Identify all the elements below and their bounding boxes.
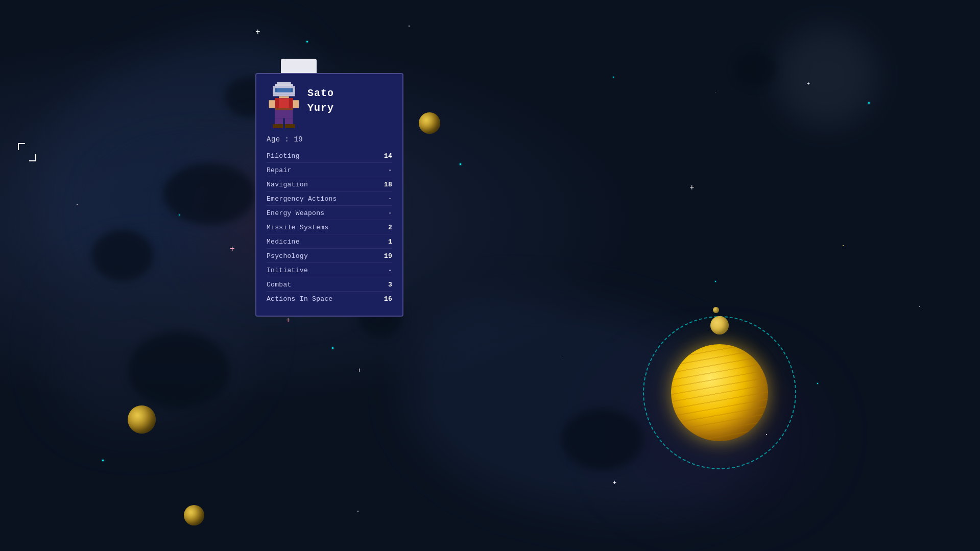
svg-rect-7 xyxy=(279,96,289,98)
skill-name: Actions In Space xyxy=(267,295,333,303)
large-planet-container xyxy=(638,311,801,474)
dark-blob xyxy=(92,230,153,281)
svg-rect-11 xyxy=(275,108,293,110)
skill-row: Energy Weapons- xyxy=(267,207,392,220)
star xyxy=(715,92,715,92)
star-plus: + xyxy=(230,245,235,253)
svg-rect-0 xyxy=(277,82,291,84)
svg-rect-18 xyxy=(293,100,299,108)
dark-blob xyxy=(562,409,643,470)
skill-name: Psychology xyxy=(267,252,308,260)
skill-value: 16 xyxy=(382,295,392,303)
skill-name: Repair xyxy=(267,166,292,174)
star xyxy=(357,511,358,512)
card-tab xyxy=(281,59,317,73)
dark-blob xyxy=(735,51,776,87)
character-sprite xyxy=(267,82,301,128)
skill-name: Energy Weapons xyxy=(267,209,324,217)
star xyxy=(868,102,870,104)
skill-row: Psychology19 xyxy=(267,250,392,263)
skill-row: Medicine1 xyxy=(267,235,392,249)
star-plus: + xyxy=(807,82,810,87)
svg-rect-17 xyxy=(269,100,275,108)
star xyxy=(332,347,333,349)
skill-value: 3 xyxy=(382,281,392,289)
skill-row: Combat3 xyxy=(267,278,392,292)
skill-value: 2 xyxy=(382,224,392,231)
svg-rect-12 xyxy=(275,110,293,118)
star xyxy=(102,460,104,461)
star xyxy=(715,281,716,282)
svg-rect-1 xyxy=(275,84,293,86)
skill-row: Missile Systems2 xyxy=(267,221,392,234)
star xyxy=(409,26,410,27)
small-planet-3 xyxy=(419,112,440,134)
star xyxy=(843,245,844,246)
skill-row: Emergency Actions- xyxy=(267,193,392,206)
skill-value: 18 xyxy=(382,181,392,188)
svg-rect-9 xyxy=(275,98,279,108)
svg-rect-16 xyxy=(285,124,295,128)
character-first-name: Yury xyxy=(307,102,334,114)
small-planet-1 xyxy=(128,405,156,434)
skill-name: Emergency Actions xyxy=(267,195,337,203)
large-planet xyxy=(671,344,768,441)
star-plus: + xyxy=(613,480,616,486)
skill-name: Combat xyxy=(267,281,292,289)
character-card: Sato Yury Age : 19 Piloting14Repair-Navi… xyxy=(255,59,403,317)
star xyxy=(460,163,461,165)
star xyxy=(817,383,818,384)
svg-rect-14 xyxy=(285,118,293,124)
svg-rect-10 xyxy=(289,98,293,108)
star xyxy=(77,204,78,205)
space-background: + + + + + + + + + xyxy=(0,0,980,551)
skill-value: 19 xyxy=(382,252,392,260)
dark-blob xyxy=(128,332,230,409)
star xyxy=(919,306,920,307)
skill-name: Navigation xyxy=(267,181,308,188)
star-plus: + xyxy=(689,184,695,192)
svg-rect-15 xyxy=(273,124,283,128)
star-plus: + xyxy=(255,28,260,36)
star xyxy=(562,357,562,358)
skill-name: Initiative xyxy=(267,267,308,274)
skill-row: Actions In Space16 xyxy=(267,293,392,305)
card-body: Sato Yury Age : 19 Piloting14Repair-Navi… xyxy=(255,73,403,317)
nebula-7 xyxy=(776,26,878,128)
skill-value: - xyxy=(382,209,392,217)
skill-value: - xyxy=(382,195,392,203)
star-plus: + xyxy=(357,368,361,374)
skill-value: - xyxy=(382,166,392,174)
moon xyxy=(710,316,729,334)
skill-row: Repair- xyxy=(267,164,392,177)
skill-row: Initiative- xyxy=(267,264,392,277)
svg-rect-13 xyxy=(275,118,283,124)
skill-name: Missile Systems xyxy=(267,224,329,231)
skill-row: Navigation18 xyxy=(267,178,392,191)
skill-value: - xyxy=(382,267,392,274)
skill-row: Piloting14 xyxy=(267,150,392,163)
dark-blob xyxy=(163,163,255,225)
character-last-name: Sato xyxy=(307,87,334,99)
star xyxy=(179,214,180,215)
skill-name: Piloting xyxy=(267,152,300,160)
star-plus: + xyxy=(286,317,290,324)
skill-value: 1 xyxy=(382,238,392,246)
star xyxy=(306,41,308,42)
svg-rect-5 xyxy=(277,88,291,92)
character-names: Sato Yury xyxy=(307,82,334,114)
svg-rect-6 xyxy=(273,94,295,96)
star xyxy=(613,77,614,78)
skill-value: 14 xyxy=(382,152,392,160)
fullscreen-toggle[interactable] xyxy=(18,143,36,161)
skills-list: Piloting14Repair-Navigation18Emergency A… xyxy=(267,150,392,305)
character-age: Age : 19 xyxy=(267,135,392,143)
small-planet-2 xyxy=(184,505,204,525)
card-header: Sato Yury xyxy=(267,82,392,128)
skill-name: Medicine xyxy=(267,238,300,246)
